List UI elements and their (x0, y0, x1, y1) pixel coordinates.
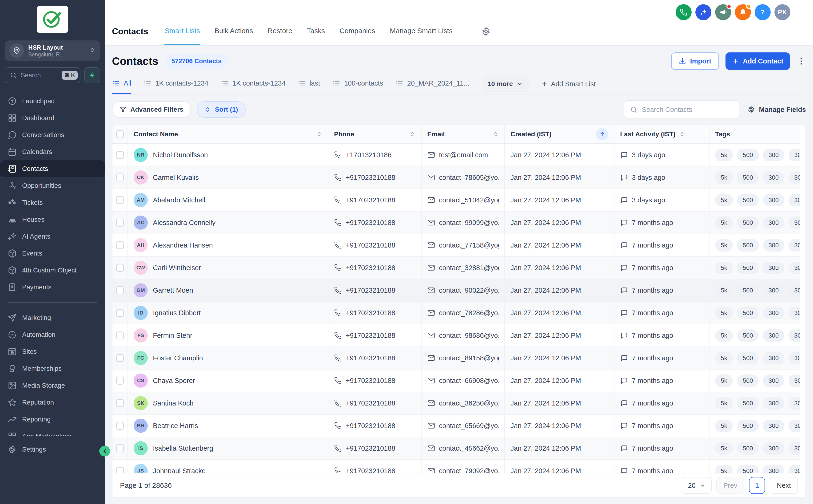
table-row[interactable]: JSJohnpaul Stracke+917023210188contact_7… (112, 460, 805, 473)
import-button[interactable]: Import (671, 52, 719, 70)
more-actions-kebab-menu[interactable] (797, 56, 806, 66)
page-size-dropdown[interactable]: 20 (682, 477, 711, 494)
smart-list-tab-1k-contacts-1234-2[interactable]: 1K contacts-1234 (221, 74, 285, 94)
sidebar-item-houses[interactable]: Houses (0, 211, 105, 228)
tag-pill[interactable]: 5k (715, 194, 733, 206)
sort-icon[interactable] (409, 131, 416, 137)
topnav-tab-manage-smart-lists[interactable]: Manage Smart Lists (389, 18, 453, 45)
tag-pill[interactable]: 300 (763, 397, 784, 409)
tag-pill[interactable]: 300 (763, 420, 784, 432)
tag-pill[interactable]: 5k (715, 284, 733, 297)
profile-avatar[interactable]: PK (774, 4, 790, 20)
tag-pill[interactable]: 500 (737, 465, 758, 473)
tag-pill[interactable]: 5k (715, 307, 733, 319)
tag-pill[interactable]: 500 (737, 149, 758, 161)
prev-page-button[interactable]: Prev (716, 477, 745, 494)
tag-pill[interactable]: 5k (715, 171, 733, 184)
sort-icon[interactable] (493, 131, 499, 137)
table-row[interactable]: IDIgnatius Dibbert+917023210188contact_7… (112, 302, 805, 324)
topnav-tab-tasks[interactable]: Tasks (306, 18, 325, 45)
topnav-tab-smart-lists[interactable]: Smart Lists (164, 18, 200, 45)
tag-pill[interactable]: 300 (763, 149, 784, 161)
sort-button[interactable]: Sort (1) (197, 101, 245, 118)
tag-pill[interactable]: 300 (763, 352, 784, 364)
row-checkbox[interactable] (116, 399, 124, 407)
row-checkbox[interactable] (116, 264, 124, 272)
tag-pill[interactable]: 500 (737, 284, 758, 297)
notifications-icon[interactable] (735, 4, 751, 20)
row-checkbox[interactable] (116, 219, 124, 227)
row-checkbox[interactable] (116, 241, 124, 249)
tag-pill[interactable]: 5k (715, 329, 733, 342)
table-row[interactable]: SKSantina Koch+917023210188contact_36250… (112, 392, 805, 415)
tag-pill[interactable]: 500 (737, 307, 758, 319)
topnav-tab-bulk-actions[interactable]: Bulk Actions (214, 18, 253, 45)
table-row[interactable]: ISIsabella Stoltenberg+917023210188conta… (112, 437, 805, 460)
next-page-button[interactable]: Next (770, 477, 798, 494)
phone-icon[interactable] (676, 4, 692, 20)
smart-list-tab-1k-contacts-1234-1[interactable]: 1K contacts-1234 (143, 74, 208, 94)
tag-pill[interactable]: 300 (763, 374, 784, 387)
tag-pill[interactable]: 500 (737, 262, 758, 274)
sidebar-item-opportunities[interactable]: Opportunities (0, 177, 105, 194)
tag-pill[interactable]: 500 (737, 397, 758, 409)
table-row[interactable]: AHAlexandrea Hansen+917023210188contact_… (112, 234, 805, 257)
sidebar-item-sites[interactable]: Sites (0, 343, 105, 360)
sort-icon[interactable] (316, 131, 322, 137)
sidebar-collapse-button[interactable] (99, 446, 110, 457)
current-page-button[interactable]: 1 (749, 477, 765, 494)
add-contact-button[interactable]: Add Contact (726, 52, 790, 70)
row-checkbox[interactable] (116, 286, 124, 294)
sidebar-item-reputation[interactable]: Reputation (0, 394, 105, 411)
ai-sparkles-icon[interactable] (695, 4, 711, 20)
more-smart-lists-dropdown[interactable]: 10 more (482, 76, 529, 92)
sidebar-item-tickets[interactable]: Tickets (0, 194, 105, 211)
sidebar-item-settings[interactable]: Settings (0, 441, 105, 458)
sorted-ascending-icon[interactable] (596, 128, 608, 140)
table-row[interactable]: CWCarli Wintheiser+917023210188contact_3… (112, 257, 805, 279)
add-smart-list-button[interactable]: Add Smart List (541, 80, 596, 88)
tag-pill[interactable]: 500 (737, 217, 758, 229)
tag-pill[interactable]: 5k (715, 352, 733, 364)
column-header-email[interactable]: Email (422, 125, 505, 143)
manage-fields-button[interactable]: Manage Fields (747, 106, 806, 114)
smart-list-tab-all-0[interactable]: All (112, 74, 131, 94)
table-row[interactable]: CKCarmel Kuvalis+917023210188contact_786… (112, 166, 805, 189)
select-all-checkbox[interactable] (116, 130, 124, 138)
tag-pill[interactable]: 300 (763, 329, 784, 342)
search-contacts-field[interactable] (624, 100, 739, 119)
row-checkbox[interactable] (116, 354, 124, 362)
smart-list-tab-last-3[interactable]: last (298, 74, 320, 94)
topnav-tab-companies[interactable]: Companies (339, 18, 376, 45)
sidebar-item-launchpad[interactable]: Launchpad (0, 93, 105, 110)
tag-pill[interactable]: 300 (763, 442, 784, 455)
sidebar-item-payments[interactable]: Payments (0, 279, 105, 296)
sidebar-item-4th-custom-object[interactable]: 4th Custom Object (0, 262, 105, 279)
tag-pill[interactable]: 5k (715, 149, 733, 161)
column-header-last-activity[interactable]: Last Activity (IST) (615, 125, 710, 143)
tag-pill[interactable]: 500 (737, 374, 758, 387)
sidebar-item-marketing[interactable]: Marketing (0, 309, 105, 326)
smart-list-tab-20-mar-2024-11-5[interactable]: 20_MAR_2024_11... (395, 74, 469, 94)
tag-pill[interactable]: 5k (715, 374, 733, 387)
tag-pill[interactable]: 5k (715, 465, 733, 473)
table-row[interactable]: CSChaya Sporer+917023210188contact_66908… (112, 370, 805, 392)
table-row[interactable]: FSFermin Stehr+917023210188contact_98686… (112, 324, 805, 347)
smart-list-tab-100-contacts-4[interactable]: 100-contacts (332, 74, 383, 94)
quick-actions-button[interactable] (84, 67, 100, 83)
tag-pill[interactable]: 500 (737, 239, 758, 252)
sidebar-item-memberships[interactable]: Memberships (0, 360, 105, 377)
table-row[interactable]: FCFoster Champlin+917023210188contact_89… (112, 347, 805, 370)
tag-pill[interactable]: 300 (763, 262, 784, 274)
tag-pill[interactable]: 5k (715, 442, 733, 455)
announcements-icon[interactable] (715, 4, 731, 20)
column-header-contact-name[interactable]: Contact Name (128, 125, 328, 143)
tag-pill[interactable]: 300 (763, 284, 784, 297)
row-checkbox[interactable] (116, 309, 124, 317)
row-checkbox[interactable] (116, 331, 124, 339)
sidebar-item-conversations[interactable]: Conversations (0, 126, 105, 143)
sidebar-item-calendars[interactable]: Calendars (0, 143, 105, 160)
row-checkbox[interactable] (116, 377, 124, 385)
row-checkbox[interactable] (116, 467, 124, 473)
sort-icon[interactable] (679, 131, 685, 137)
